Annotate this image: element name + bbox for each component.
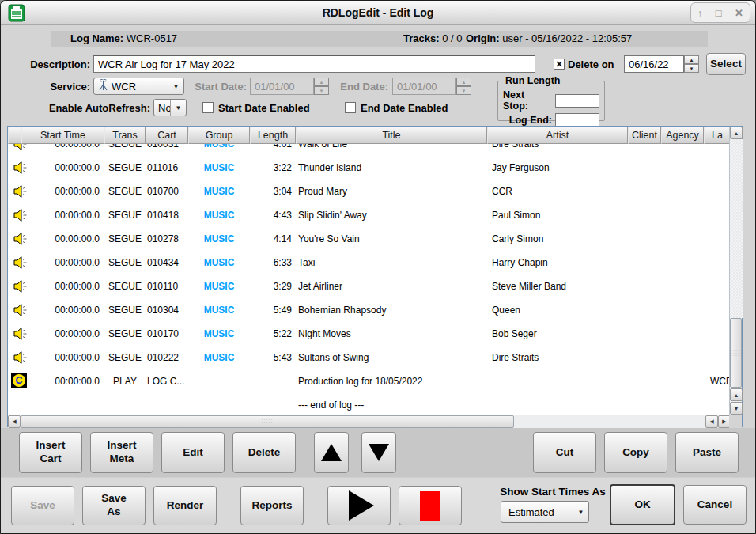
- column-header-label[interactable]: La: [704, 127, 731, 144]
- service-value: WCR: [112, 81, 136, 93]
- cell-length: 5:43: [250, 346, 296, 369]
- cell-agency: [661, 322, 704, 346]
- close-window-icon[interactable]: ✕: [735, 7, 743, 19]
- cell-length: 5:22: [250, 322, 296, 346]
- run-length-group: Run Length Next Stop: Log End:: [497, 75, 605, 121]
- log-row[interactable]: 00:00:00.0SEGUE010700MUSIC3:04Proud Mary…: [8, 180, 731, 203]
- vertical-scrollbar[interactable]: ▲ ··············· ▲ ▼: [729, 127, 742, 415]
- end-date-label: End Date:: [337, 81, 388, 93]
- autorefresh-combobox[interactable]: No ▼: [153, 99, 187, 116]
- insert-cart-button[interactable]: Insert Cart: [19, 432, 82, 473]
- date-spin-up-icon[interactable]: ▲: [684, 55, 699, 64]
- scroll-up-icon[interactable]: ▲: [730, 388, 743, 401]
- cell-client: [628, 180, 661, 203]
- log-table: Start TimeTransCartGroupLengthTitleArtis…: [7, 126, 743, 427]
- autorefresh-value: No: [158, 102, 170, 114]
- delete-on-checkbox[interactable]: ✕: [554, 59, 565, 70]
- log-row[interactable]: 00:00:00.0SEGUE010110MUSIC3:29Jet Airlin…: [8, 275, 731, 298]
- render-button[interactable]: Render: [153, 486, 217, 525]
- cell-icon: [8, 251, 21, 275]
- log-row[interactable]: 00:00:00.0SEGUE010031MUSIC4:01Walk of Li…: [8, 144, 731, 156]
- show-start-times-combobox[interactable]: Estimated ▼: [501, 501, 589, 523]
- cell-trans: SEGUE: [104, 180, 146, 203]
- save-button[interactable]: Save: [11, 486, 74, 525]
- window-title: RDLogEdit - Edit Log: [1, 1, 755, 25]
- column-header-group[interactable]: Group: [188, 127, 250, 144]
- column-header-agency[interactable]: Agency: [661, 127, 704, 144]
- scroll-left-icon[interactable]: ◀: [705, 415, 718, 428]
- end-of-log-row[interactable]: --- end of log ---: [8, 393, 731, 415]
- column-header-start_time[interactable]: Start Time: [21, 127, 104, 144]
- next-stop-field[interactable]: [555, 94, 599, 108]
- shade-window-icon[interactable]: ↑: [697, 7, 703, 19]
- cell-cart: 010278: [146, 227, 188, 251]
- log-row[interactable]: 00:00:00.0SEGUE010170MUSIC5:22Night Move…: [8, 322, 731, 346]
- column-header-title[interactable]: Title: [296, 127, 487, 144]
- log-row[interactable]: 00:00:00.0SEGUE011016MUSIC3:22Thunder Is…: [8, 156, 731, 180]
- end-date-enabled-checkbox[interactable]: [345, 102, 356, 113]
- cell-start_time: 00:00:00.0: [21, 322, 104, 346]
- log-row[interactable]: 00:00:00.0SEGUE010304MUSIC5:49Bohemian R…: [8, 298, 731, 322]
- description-input[interactable]: [93, 55, 535, 73]
- copy-button[interactable]: Copy: [604, 432, 667, 473]
- scroll-up-icon[interactable]: ▲: [730, 127, 743, 139]
- horizontal-scroll-thumb[interactable]: ···············: [21, 415, 514, 428]
- tracks-label: Tracks:: [403, 32, 440, 44]
- horizontal-scrollbar[interactable]: ◀ ··············· ◀ ▶: [8, 415, 731, 428]
- cell-trans: SEGUE: [104, 203, 146, 227]
- tracks-group: Tracks: 0 / 0: [403, 32, 462, 44]
- down-arrow-icon: [369, 444, 389, 461]
- column-header-icon[interactable]: [8, 127, 21, 144]
- log-row[interactable]: C00:00:00.0PLAYLOG C...Production log fo…: [8, 369, 731, 393]
- delete-button[interactable]: Delete: [232, 432, 296, 473]
- start-date-spinbox: 01/01/00 ▲ ▼: [250, 78, 329, 95]
- log-row[interactable]: 00:00:00.0SEGUE010434MUSIC6:33TaxiHarry …: [8, 251, 731, 275]
- vertical-scroll-track[interactable]: [730, 139, 743, 318]
- log-table-body: 00:00:00.0SEGUE010031MUSIC4:01Walk of Li…: [8, 144, 731, 415]
- column-header-cart[interactable]: Cart: [146, 127, 188, 144]
- save-as-button[interactable]: Save As: [82, 486, 146, 525]
- column-header-length[interactable]: Length: [250, 127, 296, 144]
- column-header-client[interactable]: Client: [628, 127, 661, 144]
- cell-length: 3:29: [250, 275, 296, 298]
- title-bar[interactable]: RDLogEdit - Edit Log ↑ □ ✕: [1, 1, 755, 25]
- service-combo-arrow-icon[interactable]: ▼: [168, 78, 183, 94]
- move-down-button[interactable]: [361, 432, 396, 473]
- audio-speaker-icon: [11, 325, 28, 345]
- cell-cart: 010222: [146, 346, 188, 369]
- reports-button[interactable]: Reports: [240, 486, 304, 525]
- stop-button[interactable]: [399, 486, 462, 525]
- cell-length: 5:49: [250, 298, 296, 322]
- date-spin-down-icon[interactable]: ▼: [684, 64, 699, 73]
- service-combobox[interactable]: WCR ▼: [93, 78, 184, 95]
- insert-meta-button[interactable]: Insert Meta: [90, 432, 153, 473]
- cell-client: [628, 346, 661, 369]
- select-button[interactable]: Select: [706, 53, 746, 75]
- cancel-button[interactable]: Cancel: [683, 485, 747, 525]
- move-up-button[interactable]: [314, 432, 349, 473]
- column-header-trans[interactable]: Trans: [104, 127, 146, 144]
- play-button[interactable]: [327, 486, 391, 525]
- delete-date-value[interactable]: 06/16/22: [624, 55, 684, 73]
- scroll-left-icon[interactable]: ◀: [8, 415, 21, 428]
- log-row[interactable]: 00:00:00.0SEGUE010418MUSIC4:43Slip Slidi…: [8, 203, 731, 227]
- show-start-times-combo-arrow-icon[interactable]: ▼: [573, 502, 588, 522]
- log-row[interactable]: 00:00:00.0SEGUE010278MUSIC4:14You're So …: [8, 227, 731, 251]
- ok-button[interactable]: OK: [610, 484, 675, 525]
- cut-button[interactable]: Cut: [533, 432, 596, 473]
- cell-cart: 010700: [146, 180, 188, 203]
- vertical-scroll-thumb[interactable]: ···············: [730, 318, 742, 388]
- column-header-artist[interactable]: Artist: [487, 127, 628, 144]
- autorefresh-combo-arrow-icon[interactable]: ▼: [170, 100, 186, 116]
- start-date-enabled-checkbox[interactable]: [202, 102, 214, 113]
- log-end-field[interactable]: [555, 113, 599, 127]
- paste-button[interactable]: Paste: [675, 432, 739, 473]
- scroll-down-icon[interactable]: ▼: [730, 402, 743, 415]
- maximize-window-icon[interactable]: □: [716, 7, 722, 19]
- cell-cart: 010170: [146, 322, 188, 346]
- cell-agency: [661, 144, 704, 156]
- edit-button[interactable]: Edit: [161, 432, 225, 473]
- cell-artist: Steve Miller Band: [487, 275, 628, 298]
- delete-date-spinbox[interactable]: 06/16/22 ▲ ▼: [624, 55, 699, 73]
- log-row[interactable]: 00:00:00.0SEGUE010222MUSIC5:43Sultans of…: [8, 346, 731, 369]
